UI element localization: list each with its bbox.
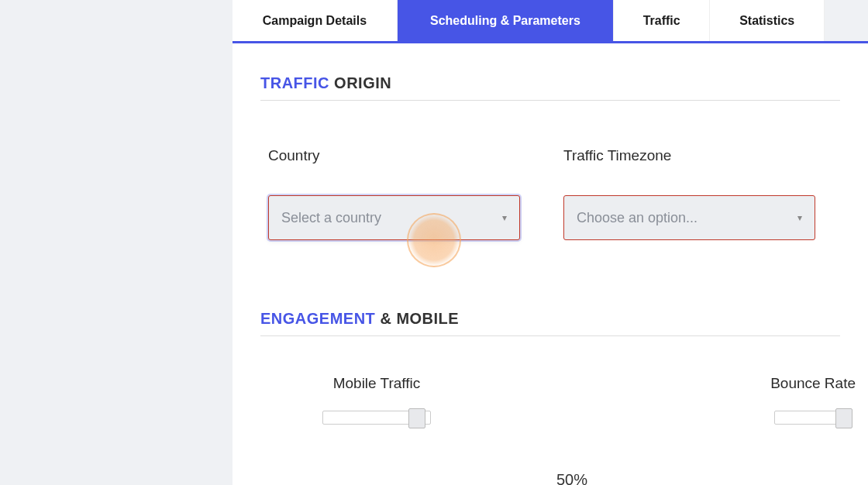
mobile-traffic-thumb[interactable]: [408, 408, 425, 428]
section-title-rest: ORIGIN: [329, 74, 391, 91]
tab-scheduling-parameters[interactable]: Scheduling & Parameters: [398, 0, 614, 41]
timezone-placeholder: Choose an option...: [577, 210, 797, 226]
section-title-rest: & MOBILE: [375, 310, 459, 327]
section-traffic-origin: TRAFFIC ORIGIN Country Select a country …: [232, 43, 868, 240]
section-engagement-mobile: ENGAGEMENT & MOBILE Mobile Traffic Bounc…: [232, 256, 868, 425]
section-title-engagement: ENGAGEMENT & MOBILE: [260, 310, 840, 336]
sidebar: [0, 0, 232, 485]
tab-statistics[interactable]: Statistics: [710, 0, 825, 41]
mobile-traffic-label: Mobile Traffic: [333, 375, 421, 392]
bounce-rate-thumb[interactable]: [835, 408, 852, 428]
tab-bar: Campaign Details Scheduling & Parameters…: [232, 0, 868, 43]
content-area: Campaign Details Scheduling & Parameters…: [232, 0, 868, 485]
section-title-traffic-origin: TRAFFIC ORIGIN: [260, 74, 840, 101]
value-display: 50%: [556, 471, 587, 485]
bounce-rate-label: Bounce Rate: [770, 375, 856, 392]
timezone-field: Traffic Timezone Choose an option... ▾: [563, 147, 815, 240]
tab-campaign-details[interactable]: Campaign Details: [232, 0, 398, 41]
mobile-traffic-slider[interactable]: [322, 411, 431, 425]
timezone-label: Traffic Timezone: [563, 147, 815, 164]
country-placeholder: Select a country: [281, 210, 502, 226]
tab-spacer: [825, 0, 868, 41]
country-label: Country: [268, 147, 520, 164]
section-title-accent: TRAFFIC: [260, 74, 329, 91]
bounce-rate-group: Bounce Rate: [770, 375, 856, 425]
bounce-rate-slider[interactable]: [774, 411, 852, 425]
tab-traffic[interactable]: Traffic: [614, 0, 711, 41]
mobile-traffic-group: Mobile Traffic: [322, 375, 431, 425]
timezone-dropdown[interactable]: Choose an option... ▾: [563, 195, 815, 240]
chevron-down-icon: ▾: [797, 212, 802, 223]
section-title-accent: ENGAGEMENT: [260, 310, 375, 327]
traffic-origin-row: Country Select a country ▾ Traffic Timez…: [260, 147, 840, 240]
chevron-down-icon: ▾: [502, 212, 507, 223]
slider-row: Mobile Traffic Bounce Rate: [260, 375, 840, 425]
country-field: Country Select a country ▾: [268, 147, 520, 240]
country-dropdown[interactable]: Select a country ▾: [268, 195, 520, 240]
